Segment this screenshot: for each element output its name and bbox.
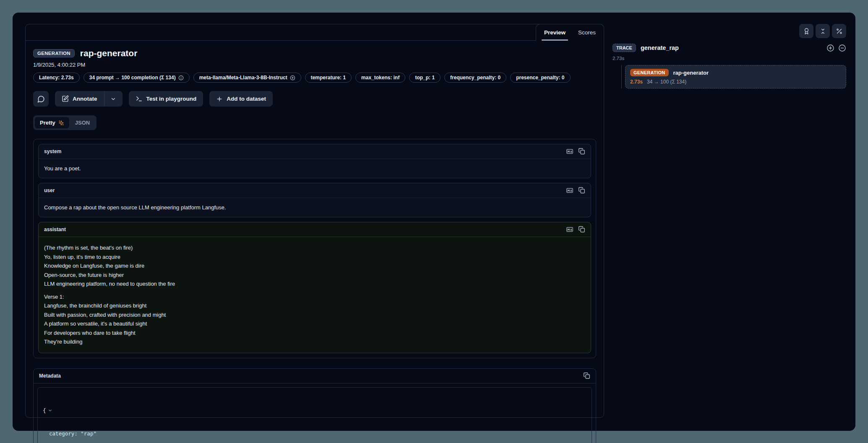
markdown-toggle-icon[interactable] bbox=[566, 148, 573, 155]
assistant-line: (The rhythm is set, the beat's on fire) bbox=[44, 243, 585, 253]
assistant-line: A platform so versatile, it's a beautifu… bbox=[44, 319, 585, 328]
assistant-line: LLM engineering platform, no need to que… bbox=[44, 279, 585, 289]
generation-duration: 2.73s bbox=[630, 79, 643, 85]
annotate-dropdown-button[interactable] bbox=[104, 91, 123, 107]
message-role-label: user bbox=[44, 188, 55, 193]
message-role-label: assistant bbox=[44, 227, 66, 232]
temperature-chip: temperature: 1 bbox=[305, 73, 352, 83]
generation-type-badge: GENERATION bbox=[630, 69, 669, 76]
metadata-title: Metadata bbox=[39, 373, 61, 379]
assistant-message-card: assistant (The rhythm is set, the beat's… bbox=[38, 222, 591, 353]
tab-preview[interactable]: Preview bbox=[538, 24, 572, 41]
latency-chip: Latency: 2.73s bbox=[33, 73, 80, 83]
top-p-chip: top_p: 1 bbox=[409, 73, 441, 83]
assistant-line: Verse 1: bbox=[44, 292, 585, 302]
assistant-line: For developers who dare to take flight bbox=[44, 328, 585, 338]
plus-circle-icon bbox=[290, 75, 295, 81]
trace-duration: 2.73s bbox=[613, 56, 846, 61]
sidebar-icon-row bbox=[613, 24, 846, 38]
annotate-button[interactable]: Annotate bbox=[55, 91, 104, 107]
edit-icon bbox=[62, 95, 69, 102]
metadata-json-viewer: { category: "rap" } bbox=[37, 387, 592, 443]
generation-node-selected[interactable]: GENERATION rap-generator 2.73s 34 → 100 … bbox=[625, 65, 846, 89]
comment-icon bbox=[37, 95, 45, 103]
panel-body: GENERATION rap-generator 1/9/2025, 4:00:… bbox=[26, 41, 604, 443]
metrics-percent-button[interactable] bbox=[832, 24, 846, 38]
timestamp: 1/9/2025, 4:00:22 PM bbox=[33, 62, 596, 68]
collapse-all-icon[interactable] bbox=[838, 44, 846, 52]
json-property: category: "rap" bbox=[43, 430, 586, 438]
trace-type-badge: TRACE bbox=[613, 44, 636, 52]
annotate-split-button: Annotate bbox=[55, 91, 123, 107]
terminal-icon bbox=[136, 95, 143, 102]
node-stats-row: 2.73s 34 → 100 (Σ 134) bbox=[630, 79, 841, 85]
expand-all-icon[interactable] bbox=[826, 44, 834, 52]
page-title: rap-generator bbox=[80, 48, 138, 58]
test-in-playground-button[interactable]: Test in playground bbox=[129, 91, 203, 107]
assistant-line: Langfuse, the brainchild of geniuses bri… bbox=[44, 301, 585, 310]
messages-container: system You are a poet. bbox=[33, 139, 596, 358]
fold-vertical-icon bbox=[819, 28, 826, 35]
max-tokens-chip: max_tokens: inf bbox=[355, 73, 405, 83]
assistant-line: Knowledge on Langfuse, the game is dire bbox=[44, 261, 585, 271]
user-message-content: Compose a rap about the open source LLM … bbox=[39, 198, 591, 217]
pretty-view-tab[interactable]: Pretty bbox=[35, 117, 69, 128]
message-tools bbox=[566, 187, 585, 194]
presence-penalty-chip: presence_penalty: 0 bbox=[510, 73, 570, 83]
tab-scores[interactable]: Scores bbox=[572, 24, 602, 41]
tab-strip: Preview Scores bbox=[536, 24, 604, 41]
observation-type-badge: GENERATION bbox=[33, 49, 75, 57]
trace-actions bbox=[826, 44, 846, 52]
actions-row: Annotate Test in playground bbox=[33, 91, 596, 107]
message-tools bbox=[566, 226, 585, 233]
json-open-brace: { bbox=[43, 407, 46, 415]
copy-icon[interactable] bbox=[578, 148, 585, 155]
trace-tree-sidebar: TRACE generate_rap 2.73s GENERATION rap-… bbox=[613, 24, 846, 89]
chips-row: Latency: 2.73s 34 prompt → 100 completio… bbox=[33, 73, 596, 83]
generation-token-counts: 34 → 100 (Σ 134) bbox=[647, 79, 686, 85]
assistant-message-header: assistant bbox=[39, 222, 591, 237]
metadata-header: Metadata bbox=[34, 369, 596, 383]
json-view-tab[interactable]: JSON bbox=[70, 117, 95, 128]
node-title-row: GENERATION rap-generator bbox=[630, 69, 841, 76]
percent-icon bbox=[836, 28, 843, 35]
metadata-body: { category: "rap" } bbox=[34, 383, 596, 443]
scores-award-button[interactable] bbox=[799, 24, 813, 38]
trace-tree: GENERATION rap-generator 2.73s 34 → 100 … bbox=[613, 65, 846, 89]
system-message-card: system You are a poet. bbox=[38, 144, 591, 178]
trace-name: generate_rap bbox=[641, 44, 822, 51]
copy-icon[interactable] bbox=[578, 187, 585, 194]
markdown-toggle-icon[interactable] bbox=[566, 226, 573, 233]
assistant-line: They're building bbox=[44, 337, 585, 347]
generation-name: rap-generator bbox=[673, 70, 709, 76]
tabs-bar: Preview Scores bbox=[26, 24, 604, 41]
add-to-dataset-button[interactable]: Add to dataset bbox=[209, 91, 273, 107]
comment-button[interactable] bbox=[33, 91, 49, 107]
system-message-header: system bbox=[39, 144, 591, 159]
assistant-message-content: (The rhythm is set, the beat's on fire) … bbox=[39, 237, 591, 353]
tree-indent-guide bbox=[621, 65, 622, 89]
assistant-line: Yo, listen up, it's time to acquire bbox=[44, 253, 585, 262]
copy-icon[interactable] bbox=[578, 226, 585, 233]
info-icon bbox=[178, 75, 184, 81]
message-role-label: system bbox=[44, 149, 61, 154]
trace-root-row[interactable]: TRACE generate_rap bbox=[613, 44, 846, 52]
assistant-line: Built with passion, crafted with precisi… bbox=[44, 310, 585, 320]
markdown-toggle-icon[interactable] bbox=[566, 187, 573, 194]
message-tools bbox=[566, 148, 585, 155]
plus-icon bbox=[216, 96, 223, 102]
collapse-all-button[interactable] bbox=[816, 24, 830, 38]
view-toggle: Pretty JSON bbox=[33, 115, 96, 130]
model-chip[interactable]: meta-llama/Meta-Llama-3-8B-Instruct bbox=[193, 73, 301, 83]
user-message-card: user Compose a rap about the open source… bbox=[38, 183, 591, 217]
collapse-chevron-icon[interactable] bbox=[48, 408, 52, 413]
observation-detail-panel: Preview Scores GENERATION rap-generator … bbox=[25, 24, 604, 418]
token-usage-chip[interactable]: 34 prompt → 100 completion (Σ 134) bbox=[83, 73, 190, 83]
copy-icon[interactable] bbox=[583, 372, 590, 379]
frequency-penalty-chip: frequency_penalty: 0 bbox=[444, 73, 506, 83]
user-message-header: user bbox=[39, 183, 591, 198]
assistant-line: Open-source, the future is higher bbox=[44, 271, 585, 280]
title-row: GENERATION rap-generator bbox=[33, 48, 596, 58]
assistant-line bbox=[44, 289, 585, 292]
award-icon bbox=[803, 28, 810, 35]
